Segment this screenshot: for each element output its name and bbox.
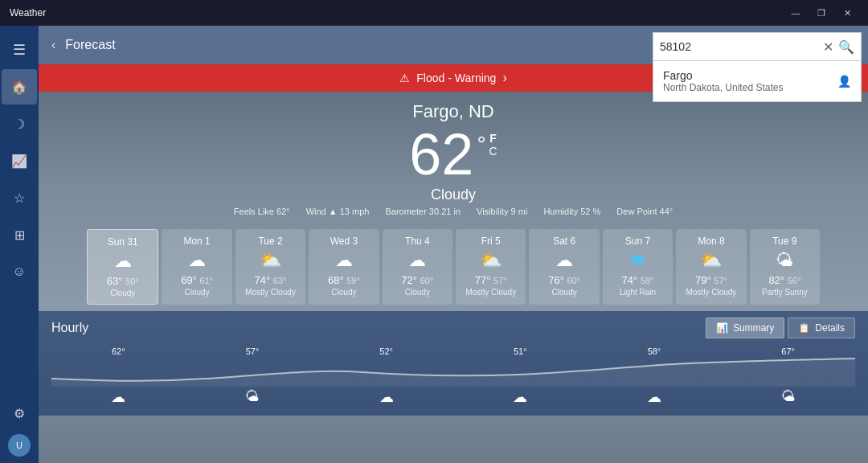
back-button[interactable]: ‹ xyxy=(48,35,59,55)
chart-line xyxy=(51,354,855,387)
hourly-weather-icon: ☁ xyxy=(513,388,527,406)
app-container: ☰ 🏠 ☽ 📈 ☆ ⊞ ☺ ⚙ U ‹ Forecast xyxy=(0,26,868,463)
forecast-day[interactable]: Sun 31 ☁ 63° 50° Cloudy xyxy=(87,229,158,305)
minimize-button[interactable]: — xyxy=(784,2,807,24)
summary-button[interactable]: 📊 Summary xyxy=(706,318,784,338)
hourly-weather-icon: ☁ xyxy=(647,388,661,406)
hourly-chart: 62°57°52°51°58°67° ☁🌤☁☁☁🌤 xyxy=(51,345,855,409)
humidity-detail: Humidity 52 % xyxy=(543,207,600,216)
search-input[interactable] xyxy=(660,40,818,53)
nav-chart[interactable]: 📈 xyxy=(2,143,37,178)
close-button[interactable]: ✕ xyxy=(836,2,858,24)
search-dropdown: Fargo North Dakota, United States 👤 xyxy=(653,61,862,102)
visibility-detail: Visibility 9 mi xyxy=(477,207,527,216)
grid-icon: ⊞ xyxy=(14,227,25,243)
person-icon: 👤 xyxy=(837,75,851,88)
star-icon: ☆ xyxy=(14,191,25,206)
current-weather: Fargo, ND 62 ° F C Cloudy Feels Like 62°… xyxy=(39,92,868,223)
chart-summary-icon: 📊 xyxy=(716,322,728,334)
forecast-day[interactable]: Tue 9 🌤 82° 56° Partly Sunny xyxy=(750,229,820,305)
clear-search-button[interactable]: ✕ xyxy=(823,39,833,55)
forecast-day[interactable]: Fri 5 ⛅ 77° 57° Mostly Cloudy xyxy=(456,229,526,305)
main-content: ‹ Forecast ☆ 📌 ⋯ ✕ 🔍 Fargo North Dakota,… xyxy=(39,26,868,463)
forecast-day[interactable]: Sun 7 🌧 74° 58° Light Rain xyxy=(603,229,673,305)
hourly-icons: ☁🌤☁☁☁🌤 xyxy=(51,388,855,406)
restore-button[interactable]: ❐ xyxy=(810,2,833,24)
forecast-strip: Sun 31 ☁ 63° 50° Cloudy Mon 1 ☁ 69° 61° … xyxy=(39,223,868,311)
hamburger-menu[interactable]: ☰ xyxy=(2,32,37,68)
hourly-weather-icon: ☁ xyxy=(111,388,125,406)
forecast-day[interactable]: Sat 6 ☁ 76° 60° Cloudy xyxy=(529,229,599,305)
degree-symbol: ° xyxy=(477,132,485,158)
nav-settings[interactable]: ⚙ xyxy=(2,395,37,431)
forecast-day[interactable]: Mon 1 ☁ 69° 61° Cloudy xyxy=(162,229,231,305)
forecast-day[interactable]: Wed 3 ☁ 68° 59° Cloudy xyxy=(309,229,379,305)
barometer-detail: Barometer 30.21 in xyxy=(385,207,461,216)
nav-grid[interactable]: ⊞ xyxy=(2,217,37,252)
feels-like: Feels Like 62° xyxy=(234,207,290,216)
nav-moon[interactable]: ☽ xyxy=(2,106,37,141)
search-result-fargo[interactable]: Fargo North Dakota, United States 👤 xyxy=(653,61,861,101)
moon-icon: ☽ xyxy=(14,117,25,132)
result-city-name: Fargo xyxy=(663,69,783,82)
forecast-day[interactable]: Thu 4 ☁ 72° 60° Cloudy xyxy=(383,229,452,305)
app-title: Weather xyxy=(10,7,46,18)
temperature-value: 62 xyxy=(409,125,473,183)
search-box: ✕ 🔍 xyxy=(653,32,862,61)
warning-icon: ⚠ xyxy=(399,72,410,84)
hourly-weather-icon: ☁ xyxy=(379,388,394,406)
titlebar: Weather — ❐ ✕ xyxy=(0,0,868,26)
hourly-weather-icon: 🌤 xyxy=(245,388,260,406)
search-container: ✕ 🔍 Fargo North Dakota, United States 👤 xyxy=(653,32,862,102)
details-icon: 📋 xyxy=(798,322,810,334)
unit-celsius[interactable]: C xyxy=(489,145,497,158)
hourly-section: Hourly 📊 Summary 📋 Details 62°57°52°51°5 xyxy=(39,311,868,416)
weather-background: ⚠ Flood - Warning › Fargo, ND 62 ° F C C… xyxy=(39,64,868,463)
wind-detail: Wind ▲ 13 mph xyxy=(306,207,370,216)
forecast-day[interactable]: Mon 8 ⛅ 79° 57° Mostly Cloudy xyxy=(676,229,746,305)
hourly-title: Hourly xyxy=(51,321,88,335)
avatar[interactable]: U xyxy=(8,434,31,457)
home-icon: 🏠 xyxy=(11,80,27,95)
warning-chevron: › xyxy=(502,71,506,85)
flood-warning-text: Flood - Warning xyxy=(416,72,496,84)
emoji-icon: ☺ xyxy=(13,264,26,279)
nav-emoji[interactable]: ☺ xyxy=(2,254,37,289)
nav-home[interactable]: 🏠 xyxy=(2,69,37,104)
settings-icon: ⚙ xyxy=(14,406,25,421)
city-name: Fargo, ND xyxy=(39,101,868,122)
chart-icon: 📈 xyxy=(11,154,27,169)
details-button[interactable]: 📋 Details xyxy=(788,318,855,338)
result-city-region: North Dakota, United States xyxy=(663,82,783,93)
search-button[interactable]: 🔍 xyxy=(838,39,854,55)
hourly-buttons: 📊 Summary 📋 Details xyxy=(706,318,855,338)
dewpoint-detail: Dew Point 44° xyxy=(616,207,673,216)
nav-favorites[interactable]: ☆ xyxy=(2,180,37,215)
forecast-day[interactable]: Tue 2 ⛅ 74° 63° Mostly Cloudy xyxy=(235,229,305,305)
hourly-weather-icon: 🌤 xyxy=(781,388,796,406)
unit-fahrenheit[interactable]: F xyxy=(489,132,497,145)
current-condition: Cloudy xyxy=(39,186,868,203)
left-nav: ☰ 🏠 ☽ 📈 ☆ ⊞ ☺ ⚙ U xyxy=(0,26,39,463)
